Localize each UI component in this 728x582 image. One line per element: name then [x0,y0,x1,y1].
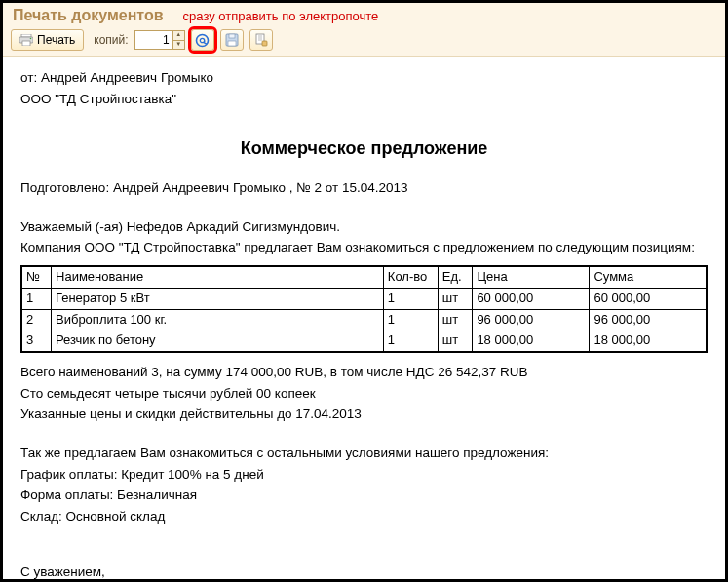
printer-icon [19,34,33,46]
annotation-text: сразу отправить по электропочте [183,9,379,23]
svg-rect-2 [22,41,30,46]
intro-line: Компания ООО "ТД Стройпоставка" предлага… [20,238,708,257]
total-line: Всего наименований 3, на сумму 174 000,0… [20,363,708,382]
cell-qty: 1 [383,309,438,330]
floppy-disk-icon [225,33,239,47]
cell-price: 60 000,00 [473,288,590,309]
col-header-n: № [21,266,52,288]
total-words: Сто семьдесят четыре тысячи рублей 00 ко… [20,384,708,404]
col-header-sum: Сумма [590,266,707,288]
table-row: 1 Генератор 5 кВт 1 шт 60 000,00 60 000,… [21,288,707,309]
save-button[interactable] [220,29,244,51]
svg-rect-7 [229,34,235,38]
print-window: Печать документов сразу отправить по эле… [0,0,728,582]
cell-name: Виброплита 100 кг. [52,309,384,330]
cell-name: Генератор 5 кВт [52,288,384,309]
copies-label: копий: [94,33,128,47]
cell-n: 2 [21,309,52,330]
col-header-name: Наименование [52,266,384,288]
cell-price: 18 000,00 [473,330,590,352]
cell-unit: шт [438,330,473,352]
table-row: 3 Резчик по бетону 1 шт 18 000,00 18 000… [21,330,707,352]
warehouse-line: Склад: Основной склад [20,507,708,526]
spinner-up-icon[interactable]: ▲ [173,31,184,41]
cell-name: Резчик по бетону [52,330,384,352]
svg-rect-13 [262,41,267,46]
svg-point-5 [200,38,204,42]
cell-qty: 1 [383,330,438,352]
document-title: Коммерческое предложение [20,136,708,161]
items-table: № Наименование Кол-во Ед. Цена Сумма 1 Г… [20,265,708,353]
cell-price: 96 000,00 [473,309,590,330]
payment-line: Форма оплаты: Безналичная [20,485,708,505]
cell-qty: 1 [383,288,438,309]
send-email-button[interactable] [191,29,214,51]
svg-point-4 [197,34,209,46]
window-title: Печать документов [13,7,164,24]
at-sign-icon [195,33,210,48]
cell-n: 3 [21,330,52,352]
copies-spinner[interactable]: ▲ ▼ [173,30,185,50]
document-content: от: Андрей Андреевич Громыко ООО "ТД Стр… [3,57,725,582]
from-line: от: Андрей Андреевич Громыко [20,68,708,88]
table-header-row: № Наименование Кол-во Ед. Цена Сумма [21,266,707,288]
svg-point-3 [30,38,32,40]
print-button[interactable]: Печать [11,29,84,51]
prepared-line: Подготовлено: Андрей Андреевич Громыко ,… [20,178,708,198]
closing-line: С уважением, [20,563,708,582]
col-header-qty: Кол-во [383,266,438,288]
company-line: ООО "ТД Стройпоставка" [20,90,708,109]
titlebar: Печать документов сразу отправить по эле… [3,3,725,26]
cell-unit: шт [438,288,473,309]
cell-sum: 96 000,00 [590,309,707,330]
greeting-line: Уважаемый (-ая) Нефедов Аркадий Сигизмун… [20,217,708,237]
cell-unit: шт [438,309,473,330]
document-options-icon [254,33,268,47]
cell-sum: 18 000,00 [590,330,707,352]
spinner-down-icon[interactable]: ▼ [173,41,184,50]
copies-input[interactable] [134,30,173,50]
copies-field: ▲ ▼ [134,30,185,50]
col-header-price: Цена [473,266,590,288]
table-row: 2 Виброплита 100 кг. 1 шт 96 000,00 96 0… [21,309,707,330]
settings-button[interactable] [249,29,273,51]
print-button-label: Печать [37,33,75,47]
col-header-unit: Ед. [438,266,473,288]
cell-sum: 60 000,00 [590,288,707,309]
cell-n: 1 [21,288,52,309]
toolbar: Печать копий: ▲ ▼ [3,26,725,57]
schedule-line: График оплаты: Кредит 100% на 5 дней [20,465,708,485]
conditions-intro: Так же предлагаем Вам ознакомиться с ост… [20,444,708,463]
valid-line: Указанные цены и скидки действительны до… [20,405,708,424]
svg-rect-8 [228,41,236,46]
svg-rect-0 [21,34,31,37]
